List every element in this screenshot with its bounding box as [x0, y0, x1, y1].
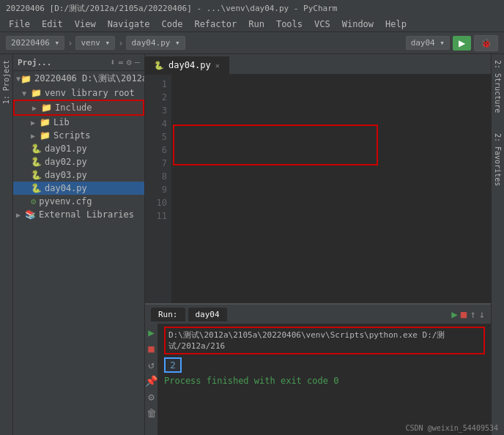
line-numbers: 1 2 3 4 5 6 7 8 9 10 11 — [145, 75, 171, 303]
tree-scripts[interactable]: ▶ 📁 Scripts — [13, 129, 144, 142]
exit-message: Process finished with exit code 0 — [164, 376, 338, 386]
venv-dropdown[interactable]: venv ▾ — [75, 36, 115, 50]
line-num-7: 7 — [145, 157, 167, 170]
code-line-3 — [177, 236, 485, 249]
panel-header: Proj... ⬇ = ⚙ — — [13, 54, 144, 71]
arrow-include: ▶ — [32, 104, 41, 112]
run-config-label[interactable]: day04 — [188, 308, 227, 321]
arrow-external: ▶ — [16, 211, 25, 219]
structure-tab-label[interactable]: 2: Structure — [492, 57, 503, 116]
menu-view[interactable]: View — [69, 18, 102, 31]
tree-day04[interactable]: 🐍 day04.py — [13, 182, 144, 195]
panel-icon-gear[interactable]: ⚙ — [127, 57, 132, 67]
code-line-2 — [177, 196, 485, 209]
tree-day02[interactable]: 🐍 day02.py — [13, 155, 144, 168]
tree-root-folder[interactable]: ▼ 📁 20220406 D:\测试\2012a\2 — [13, 71, 144, 86]
toolbar: 20220406 ▾ › venv ▾ › day04.py ▾ day04 ▾… — [0, 32, 504, 54]
tool-settings-icon[interactable]: ⚙ — [148, 391, 154, 403]
panel-icon-equals[interactable]: = — [118, 57, 123, 67]
bottom-left-tools: ▶ ■ ↺ 📌 ⚙ 🗑 — [145, 324, 158, 435]
line-num-1: 1 — [145, 78, 167, 91]
tree-include[interactable]: ▶ 📁 Include — [13, 100, 144, 116]
line-num-11: 11 — [145, 209, 167, 223]
tool-stop-icon[interactable]: ■ — [148, 343, 154, 354]
menu-navigate[interactable]: Navigate — [102, 18, 156, 31]
line-num-3: 3 — [145, 104, 167, 117]
line-num-10: 10 — [145, 196, 167, 209]
cfg-icon-pyvenv: ⚙ — [31, 196, 36, 207]
panel-icon-down[interactable]: ⬇ — [110, 57, 115, 67]
menu-refactor[interactable]: Refactor — [188, 18, 242, 31]
tree-venv[interactable]: ▼ 📁 venv library root — [13, 86, 144, 100]
code-editor[interactable]: 1 2 3 4 5 6 7 8 9 10 11 — [145, 75, 491, 303]
code-line-1 — [177, 157, 485, 170]
editor-area: 🐍 day04.py ✕ 1 2 3 4 5 6 7 8 9 10 11 — [145, 54, 491, 435]
project-tab-label[interactable]: 1: Project — [1, 57, 12, 107]
tool-rerun-icon[interactable]: ↺ — [148, 359, 154, 371]
menu-window[interactable]: Window — [336, 18, 379, 31]
arrow-scripts: ▶ — [31, 132, 40, 140]
menu-file[interactable]: File — [3, 18, 36, 31]
menu-run[interactable]: Run — [242, 18, 270, 31]
code-content[interactable]: atuple=(23,33,45,56,12,23) # 查询索引 print(… — [171, 75, 491, 303]
bottom-panel: Run: day04 ▶ ■ ↑ ↓ ▶ ■ ↺ 📌 ⚙ 🗑 — [145, 303, 491, 435]
menu-edit[interactable]: Edit — [36, 18, 69, 31]
tree-venv-label: venv library root — [45, 88, 135, 98]
tool-run-icon[interactable]: ▶ — [148, 327, 154, 338]
watermark: CSDN @weixin_54409534 — [406, 424, 498, 432]
scroll-up-icon[interactable]: ↑ — [470, 308, 475, 320]
run-controls: ▶ ■ ↑ ↓ — [451, 308, 485, 320]
bottom-tabs: Run: day04 ▶ ■ ↑ ↓ — [145, 305, 491, 324]
tree-day03-label: day03.py — [45, 170, 87, 180]
code-line-4 — [177, 275, 485, 289]
tab-bar: 🐍 day04.py ✕ — [145, 54, 491, 75]
bottom-section: ▶ ■ ↺ 📌 ⚙ 🗑 D:\测试\2012a\2105a\20220406\v… — [145, 324, 491, 435]
title-bar: 20220406 [D:/测试/2012a/2105a/20220406] - … — [0, 0, 504, 16]
py-icon-day04: 🐍 — [31, 183, 42, 193]
project-dropdown[interactable]: 20220406 ▾ — [6, 36, 64, 50]
panel-icons: ⬇ = ⚙ — — [110, 57, 140, 67]
tree-lib[interactable]: ▶ 📁 Lib — [13, 116, 144, 129]
tree-day01-label: day01.py — [45, 144, 87, 154]
output-path-box: D:\测试\2012a\2105a\20220406\venv\Scripts\… — [164, 327, 485, 354]
debug-button[interactable]: 🐞 — [474, 35, 498, 51]
editor-tab-day04[interactable]: 🐍 day04.py ✕ — [145, 56, 229, 74]
scroll-down-icon[interactable]: ↓ — [479, 308, 485, 320]
tree-pyvenv[interactable]: ⚙ pyvenv.cfg — [13, 195, 144, 208]
menu-vcs[interactable]: VCS — [308, 18, 336, 31]
console-output[interactable]: D:\测试\2012a\2105a\20220406\venv\Scripts\… — [158, 324, 491, 435]
tool-pin-icon[interactable]: 📌 — [145, 375, 158, 387]
panel-icon-minimize[interactable]: — — [135, 57, 140, 67]
output-number-box: 2 — [164, 357, 182, 373]
folder-icon-include: 📁 — [41, 103, 52, 113]
file-dropdown[interactable]: day04.py ▾ — [126, 36, 185, 50]
py-icon-day03: 🐍 — [31, 170, 42, 180]
stop-icon[interactable]: ■ — [461, 308, 467, 320]
right-side-tabs: 2: Structure 2: Favorites — [491, 54, 504, 435]
run-tab[interactable]: Run: — [151, 308, 185, 321]
tree-include-label: Include — [55, 103, 92, 113]
title-text: 20220406 [D:/测试/2012a/2105a/20220406] - … — [6, 3, 337, 14]
menu-help[interactable]: Help — [379, 18, 412, 31]
tree-external-libs[interactable]: ▶ 📚 External Libraries — [13, 208, 144, 221]
run-again-icon[interactable]: ▶ — [451, 308, 457, 320]
menu-tools[interactable]: Tools — [270, 18, 308, 31]
tool-trash-icon[interactable]: 🗑 — [147, 407, 157, 419]
tree-day01[interactable]: 🐍 day01.py — [13, 142, 144, 155]
tree-day02-label: day02.py — [45, 157, 87, 167]
arrow-venv: ▼ — [22, 89, 31, 97]
run-config-dropdown[interactable]: day04 ▾ — [406, 36, 450, 50]
folder-icon-scripts: 📁 — [40, 130, 51, 141]
tree-root-label: 20220406 D:\测试\2012a\2 — [34, 72, 144, 85]
line-num-5: 5 — [145, 130, 167, 144]
run-button[interactable]: ▶ — [453, 36, 471, 51]
favorites-tab-label[interactable]: 2: Favorites — [492, 130, 503, 189]
panel-title: Proj... — [18, 58, 51, 67]
tree-scripts-label: Scripts — [53, 130, 91, 141]
menu-code[interactable]: Code — [156, 18, 189, 31]
py-icon-day01: 🐍 — [31, 144, 42, 154]
tree-day03[interactable]: 🐍 day03.py — [13, 168, 144, 182]
line-num-8: 8 — [145, 170, 167, 183]
tab-close-icon[interactable]: ✕ — [215, 62, 220, 70]
path-separator-2: › — [118, 38, 123, 48]
